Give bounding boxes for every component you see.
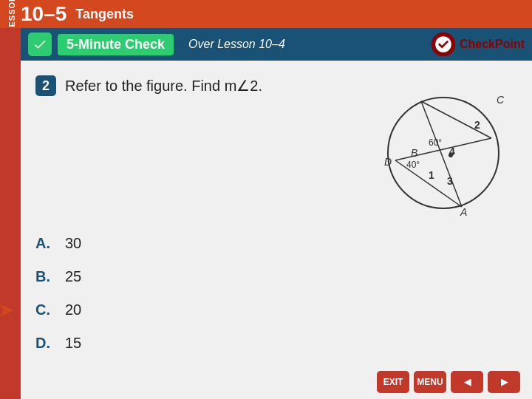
- over-lesson-label: Over Lesson 10–4: [188, 38, 285, 51]
- answer-row-c[interactable]: ➤ C. 20: [35, 297, 517, 323]
- main-content: 5-Minute Check Over Lesson 10–4 CheckPoi…: [21, 28, 532, 399]
- header-bar: LESSON 10–5 Tangents: [0, 0, 532, 28]
- lesson-number: 10–5: [21, 4, 66, 24]
- check-icon-box: [28, 33, 52, 56]
- label-d: D: [384, 156, 392, 168]
- svg-point-2: [388, 98, 499, 208]
- label-b: B: [411, 147, 417, 159]
- answer-value-c: 20: [65, 301, 81, 318]
- geometry-diagram: C B D A 60° 40° 2 4 3 1: [355, 75, 517, 223]
- angle-60: 60°: [429, 137, 442, 148]
- answer-letter-c: C.: [35, 301, 53, 318]
- answer-letter-a: A.: [35, 235, 53, 252]
- answer-row-b[interactable]: B. 25: [35, 264, 517, 290]
- arc-label-1: 1: [429, 169, 434, 181]
- question-area: 2 Refer to the figure. Find m∠2. C: [21, 61, 532, 231]
- circle-figure: C B D A 60° 40° 2 4 3 1: [355, 75, 517, 223]
- next-button[interactable]: ▶: [488, 371, 520, 393]
- checkmark-icon: [33, 37, 47, 52]
- lesson-title: Tangents: [75, 7, 134, 22]
- answers-list: A. 30 B. 25 ➤ C. 20 D. 15: [21, 231, 532, 356]
- checkpoint-logo: CheckPoint: [430, 31, 525, 58]
- answer-row-d[interactable]: D. 15: [35, 330, 517, 356]
- answer-value-d: 15: [65, 335, 81, 352]
- answer-letter-b: B.: [35, 268, 53, 285]
- center-dot: [449, 153, 453, 157]
- menu-button[interactable]: MENU: [414, 371, 446, 393]
- left-sidebar-strip: [0, 28, 21, 399]
- five-min-title: 5-Minute Check: [58, 34, 174, 55]
- correct-answer-arrow: ➤: [0, 300, 13, 321]
- svg-line-3: [395, 138, 491, 160]
- question-left: 2 Refer to the figure. Find m∠2.: [35, 75, 340, 111]
- svg-line-6: [421, 101, 491, 138]
- svg-line-4: [421, 101, 462, 207]
- exit-button[interactable]: EXIT: [377, 371, 409, 393]
- question-text: Refer to the figure. Find m∠2.: [65, 77, 262, 95]
- angle-40: 40°: [406, 160, 420, 170]
- answer-letter-d: D.: [35, 335, 53, 352]
- arc-label-2: 2: [474, 119, 480, 131]
- answer-value-a: 30: [65, 235, 81, 252]
- label-c: C: [497, 94, 505, 106]
- bottom-navigation: EXIT MENU ◀ ▶: [377, 371, 520, 393]
- question-number-badge: 2: [35, 75, 56, 96]
- checkpoint-icon: [430, 31, 457, 58]
- question-header: 2 Refer to the figure. Find m∠2.: [35, 75, 340, 96]
- back-button[interactable]: ◀: [451, 371, 483, 393]
- answer-value-b: 25: [65, 268, 81, 285]
- checkpoint-text: CheckPoint: [460, 38, 525, 51]
- five-minute-check-bar: 5-Minute Check Over Lesson 10–4 CheckPoi…: [21, 28, 532, 61]
- arc-label-3: 3: [447, 175, 453, 187]
- label-a: A: [460, 206, 467, 218]
- answer-row-a[interactable]: A. 30: [35, 231, 517, 256]
